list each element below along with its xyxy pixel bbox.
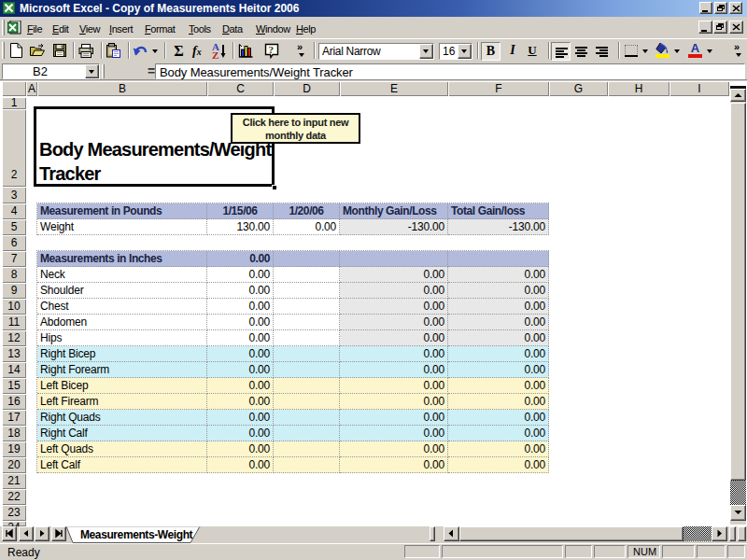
svg-text:?: ? [269,44,275,55]
svg-text:Z: Z [212,49,218,60]
